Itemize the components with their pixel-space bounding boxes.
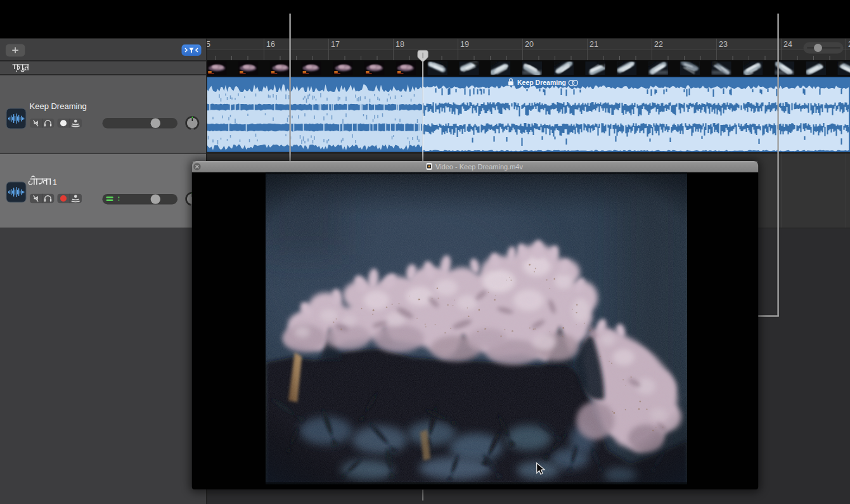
- svg-text:22: 22: [654, 40, 663, 49]
- svg-text:20: 20: [525, 40, 534, 49]
- svg-text:Keep Dreaming: Keep Dreaming: [30, 101, 87, 111]
- svg-text:24: 24: [783, 40, 792, 49]
- svg-text:23: 23: [719, 40, 728, 49]
- svg-text:17: 17: [331, 40, 340, 49]
- svg-text:18: 18: [396, 40, 404, 49]
- svg-text:Video - Keep Dreaming.m4v: Video - Keep Dreaming.m4v: [435, 163, 523, 171]
- svg-text:19: 19: [460, 40, 469, 49]
- svg-text:16: 16: [266, 40, 275, 49]
- svg-text:21: 21: [589, 40, 598, 49]
- svg-text:Keep Dreaming: Keep Dreaming: [517, 79, 566, 86]
- svg-text:1: 1: [53, 178, 57, 187]
